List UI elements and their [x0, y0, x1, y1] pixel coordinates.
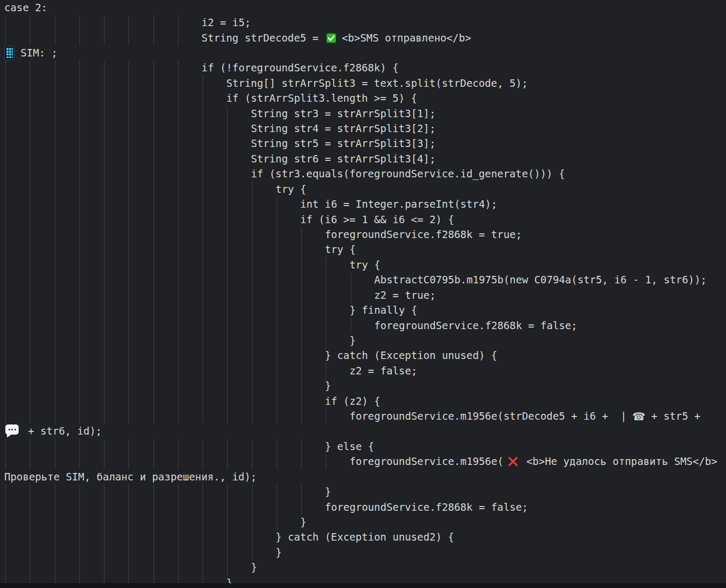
indent-guides: [5, 197, 278, 211]
code-line[interactable]: foregroundService.m1956e(<b>Не удалось о…: [0, 454, 726, 469]
indent-guides: [5, 106, 228, 121]
code-text: if (i6 >= 1 && i6 <= 2) {: [300, 212, 454, 227]
code-line[interactable]: String str5 = strArrSplit3[3];: [0, 136, 726, 151]
code-token: }: [251, 561, 257, 574]
code-line[interactable]: } catch (Exception unused) {: [0, 348, 726, 363]
code-line[interactable]: SIM: ;: [0, 45, 726, 60]
code-line[interactable]: }: [0, 484, 726, 499]
code-token: i2 = i5;: [201, 17, 251, 29]
code-line[interactable]: if (strArrSplit3.length >= 5) {: [0, 91, 726, 106]
indent-guides: [5, 288, 352, 303]
code-text: foregroundService.f2868k = false;: [325, 500, 528, 514]
indent-guides: [5, 242, 302, 257]
code-editor[interactable]: case 2:i2 = i5;String strDecode5 = <b>SM…: [0, 0, 726, 588]
code-line[interactable]: if (i6 >= 1 && i6 <= 2) {: [0, 212, 726, 227]
code-line[interactable]: foregroundService.f2868k = false;: [0, 500, 726, 514]
code-line[interactable]: foregroundService.f2868k = false;: [0, 318, 726, 333]
code-line[interactable]: z2 = false;: [0, 363, 726, 378]
code-token: } catch (Exception unused2) {: [276, 531, 454, 543]
code-line[interactable]: AbstractC0795b.m1975b(new C0794a(str5, i…: [0, 273, 726, 288]
code-token: }: [325, 380, 331, 392]
code-text: if (str3.equals(foregroundService.id_gen…: [251, 167, 565, 182]
indent-guides: [5, 227, 302, 242]
indent-guides: [5, 514, 278, 529]
code-text: }: [325, 379, 331, 394]
code-line[interactable]: if (str3.equals(foregroundService.id_gen…: [0, 167, 726, 182]
code-line[interactable]: try {: [0, 257, 726, 272]
code-token: case 2:: [4, 2, 47, 14]
telephone-icon: ☎: [633, 409, 645, 424]
code-line[interactable]: case 2:: [0, 0, 726, 15]
code-token: try {: [325, 243, 356, 256]
code-line[interactable]: i2 = i5;: [0, 15, 726, 30]
code-token: } else {: [325, 440, 374, 453]
code-line[interactable]: String[] strArrSplit3 = text.split(strDe…: [0, 76, 726, 91]
code-line[interactable]: }: [0, 514, 726, 529]
code-text: String str6 = strArrSplit3[4];: [251, 151, 436, 166]
code-token: String str4 = strArrSplit3[2];: [251, 123, 436, 135]
code-token: z2 = false;: [350, 365, 417, 377]
code-token: + str6, id);: [22, 425, 102, 437]
code-line[interactable]: } finally {: [0, 303, 726, 317]
code-token: String[] strArrSplit3 = text.split(strDe…: [226, 77, 528, 89]
indent-guides: [5, 318, 352, 333]
code-line[interactable]: + str6, id);: [0, 424, 726, 439]
code-line[interactable]: int i6 = Integer.parseInt(str4);: [0, 197, 726, 211]
code-text: } catch (Exception unused2) {: [276, 530, 454, 545]
code-line[interactable]: try {: [0, 242, 726, 257]
code-token: foregroundService.m1956e(: [350, 455, 504, 468]
code-token: }: [350, 334, 356, 347]
code-line[interactable]: }: [0, 333, 726, 348]
code-line[interactable]: z2 = true;: [0, 288, 726, 303]
code-line[interactable]: String str4 = strArrSplit3[2];: [0, 121, 726, 136]
code-line[interactable]: }: [0, 545, 726, 560]
code-token: try {: [276, 183, 306, 195]
code-line[interactable]: try {: [0, 182, 726, 197]
code-line[interactable]: String str3 = strArrSplit3[1];: [0, 106, 726, 121]
code-token: } finally {: [350, 304, 417, 316]
code-text: String[] strArrSplit3 = text.split(strDe…: [226, 76, 528, 91]
indent-guides: [5, 439, 302, 454]
code-line[interactable]: } catch (Exception unused2) {: [0, 530, 726, 545]
code-token: if (str3.equals(foregroundService.id_gen…: [251, 168, 565, 180]
code-line[interactable]: }: [0, 560, 726, 575]
indent-guides: [5, 212, 278, 227]
code-line[interactable]: if (!foregroundService.f2868k) {: [0, 61, 726, 76]
speech-balloon-icon: [5, 424, 19, 435]
code-text: String str5 = strArrSplit3[3];: [251, 136, 436, 151]
code-token: AbstractC0795b.m1975b(new C0794a(str5, i…: [374, 274, 707, 286]
code-line[interactable]: } else {: [0, 439, 726, 454]
indent-guides: [5, 257, 327, 272]
indent-guides: [5, 379, 302, 394]
code-token: } catch (Exception unused) {: [325, 349, 497, 362]
code-text: Проверьте SIM, баланс и разрешения., id)…: [4, 469, 257, 484]
code-text: case 2:: [4, 0, 47, 15]
code-text: foregroundService.f2868k = true;: [325, 227, 522, 242]
code-token: String strDecode5 =: [201, 32, 325, 44]
code-text: String str3 = strArrSplit3[1];: [251, 106, 436, 121]
indent-guides: [5, 303, 327, 317]
code-line[interactable]: String strDecode5 = <b>SMS отправлено</b…: [0, 30, 726, 45]
code-line[interactable]: String str6 = strArrSplit3[4];: [0, 151, 726, 166]
code-token: String str3 = strArrSplit3[1];: [251, 108, 436, 120]
code-line[interactable]: }: [0, 379, 726, 394]
code-text: z2 = false;: [350, 363, 417, 378]
code-token: String str5 = strArrSplit3[3];: [251, 137, 436, 150]
code-line[interactable]: Проверьте SIM, баланс и разрешения., id)…: [0, 469, 726, 484]
code-token: }: [325, 486, 331, 498]
indent-guides: [5, 454, 327, 469]
indent-guides: [5, 91, 204, 106]
code-line[interactable]: foregroundService.f2868k = true;: [0, 227, 726, 242]
code-text: foregroundService.m1956e(<b>Не удалось о…: [350, 454, 717, 469]
indent-guides: [5, 545, 253, 560]
code-token: <b>Не удалось отправить SMS</b>: [526, 455, 717, 468]
code-line[interactable]: foregroundService.m1956e(strDecode5 + i6…: [0, 409, 726, 423]
indent-guides: [5, 30, 179, 45]
code-token: }: [300, 516, 306, 528]
code-line[interactable]: if (z2) {: [0, 394, 726, 409]
indent-guides: [5, 500, 302, 514]
code-token: foregroundService.f2868k = true;: [325, 228, 522, 241]
code-text: i2 = i5;: [201, 15, 251, 30]
indent-guides: [5, 348, 302, 363]
code-token: String str6 = strArrSplit3[4];: [251, 153, 436, 165]
